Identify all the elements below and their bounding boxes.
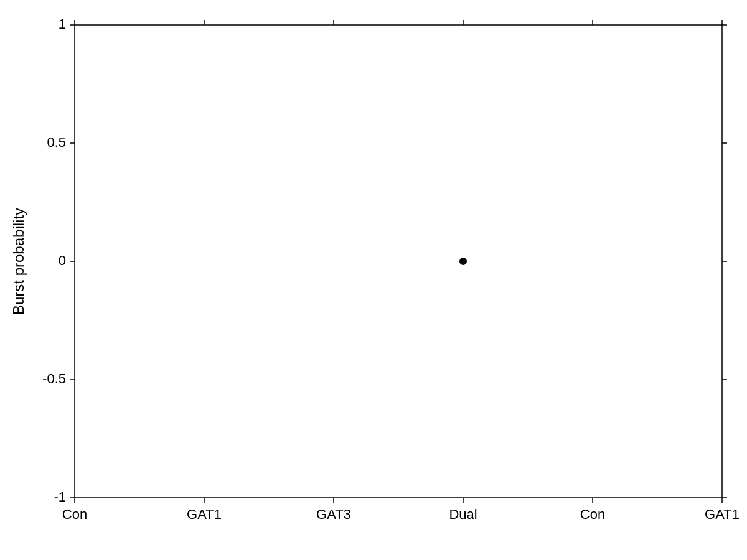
svg-text:-0.5: -0.5 [42, 371, 66, 386]
chart-svg: -1-0.500.51ConGAT1GAT3DualConGAT1Burst p… [0, 0, 747, 560]
svg-rect-0 [75, 25, 722, 498]
svg-text:GAT1: GAT1 [187, 506, 222, 522]
svg-text:GAT1: GAT1 [705, 506, 740, 522]
svg-text:Con: Con [62, 506, 87, 522]
svg-text:-1: -1 [54, 489, 66, 505]
svg-text:Dual: Dual [449, 506, 477, 522]
svg-point-35 [459, 258, 467, 265]
chart-container: -1-0.500.51ConGAT1GAT3DualConGAT1Burst p… [0, 0, 747, 560]
svg-text:0.5: 0.5 [47, 134, 66, 150]
svg-text:0: 0 [59, 253, 66, 268]
svg-text:1: 1 [59, 16, 66, 32]
svg-text:Con: Con [580, 506, 605, 522]
svg-text:Burst probability: Burst probability [10, 208, 27, 315]
svg-text:GAT3: GAT3 [316, 506, 351, 522]
